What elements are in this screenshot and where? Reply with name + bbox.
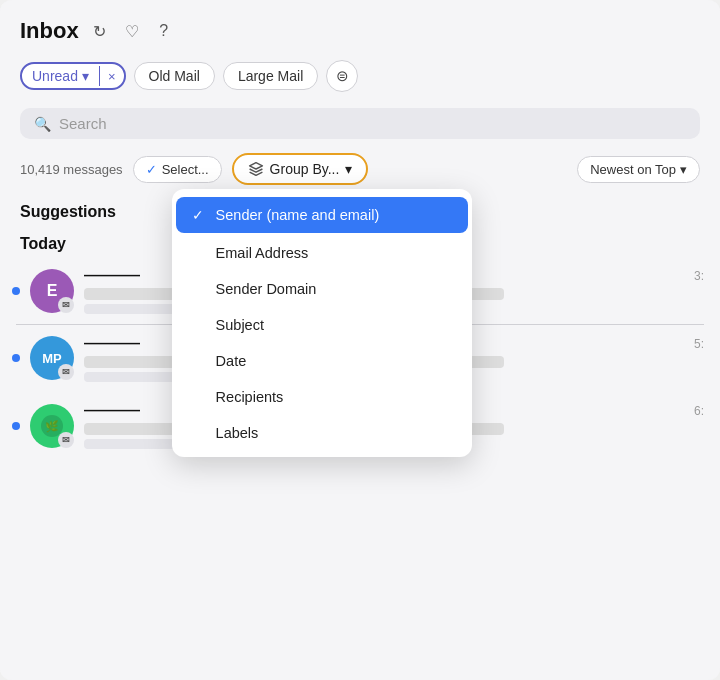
filter-bar: Unread ▾ × Old Mail Large Mail ⊜ [0, 54, 720, 102]
avatar-badge: ✉ [58, 364, 74, 380]
search-bar: 🔍 [0, 102, 720, 147]
dropdown-item-label: Email Address [216, 245, 309, 261]
group-by-label: Group By... [270, 161, 340, 177]
filter-options-icon: ⊜ [336, 67, 349, 85]
checkmark-icon: ✓ [146, 162, 157, 177]
unread-chevron: ▾ [82, 68, 89, 84]
dropdown-item-sender[interactable]: ✓ Sender (name and email) [176, 197, 468, 233]
unread-indicator [12, 287, 20, 295]
heart-icon[interactable]: ♡ [121, 20, 143, 42]
unread-chip-label[interactable]: Unread ▾ [22, 64, 99, 88]
message-count: 10,419 messages [20, 162, 123, 177]
avatar: 🌿 ✉ [30, 404, 74, 448]
search-icon: 🔍 [34, 116, 51, 132]
newest-on-top-button[interactable]: Newest on Top ▾ [577, 156, 700, 183]
group-by-dropdown: ✓ Sender (name and email) Email Address … [172, 189, 472, 457]
avatar-badge: ✉ [58, 297, 74, 313]
help-icon[interactable]: ? [153, 20, 175, 42]
avatar: MP ✉ [30, 336, 74, 380]
toolbar: 10,419 messages ✓ Select... Group By... … [0, 147, 720, 193]
select-button[interactable]: ✓ Select... [133, 156, 222, 183]
newest-chevron: ▾ [680, 162, 687, 177]
unread-filter-chip[interactable]: Unread ▾ × [20, 62, 126, 90]
inbox-title: Inbox [20, 18, 79, 44]
group-by-button[interactable]: Group By... ▾ [232, 153, 369, 185]
email-time: 6: [694, 402, 704, 418]
newest-label: Newest on Top [590, 162, 676, 177]
search-wrap: 🔍 [20, 108, 700, 139]
dropdown-item-subject[interactable]: Subject [172, 307, 472, 343]
layers-icon [248, 161, 264, 177]
dropdown-item-date[interactable]: Date [172, 343, 472, 379]
svg-text:🌿: 🌿 [45, 419, 59, 433]
large-mail-btn[interactable]: Large Mail [223, 62, 318, 90]
dropdown-item-labels[interactable]: Labels [172, 415, 472, 451]
old-mail-btn[interactable]: Old Mail [134, 62, 215, 90]
filter-options-btn[interactable]: ⊜ [326, 60, 358, 92]
email-time: 5: [694, 335, 704, 351]
dropdown-item-label: Labels [216, 425, 259, 441]
dropdown-item-label: Recipients [216, 389, 284, 405]
dropdown-item-label: Date [216, 353, 247, 369]
dropdown-item-email[interactable]: Email Address [172, 235, 472, 271]
header: Inbox ↻ ♡ ? [0, 0, 720, 54]
avatar-badge: ✉ [58, 432, 74, 448]
unread-indicator [12, 354, 20, 362]
select-label: Select... [162, 162, 209, 177]
refresh-icon[interactable]: ↻ [89, 20, 111, 42]
selected-check: ✓ [192, 207, 208, 223]
search-input[interactable] [59, 115, 686, 132]
unread-label: Unread [32, 68, 78, 84]
app-container: Inbox ↻ ♡ ? Unread ▾ × Old Mail Large Ma… [0, 0, 720, 680]
dropdown-item-label: Sender Domain [216, 281, 317, 297]
dropdown-item-label: Sender (name and email) [216, 207, 380, 223]
dropdown-item-recipients[interactable]: Recipients [172, 379, 472, 415]
email-time: 3: [694, 267, 704, 283]
unread-close-btn[interactable]: × [100, 65, 124, 88]
unread-indicator [12, 422, 20, 430]
avatar: E ✉ [30, 269, 74, 313]
group-by-chevron: ▾ [345, 161, 352, 177]
dropdown-item-label: Subject [216, 317, 264, 333]
dropdown-item-domain[interactable]: Sender Domain [172, 271, 472, 307]
group-by-container: Group By... ▾ ✓ Sender (name and email) … [232, 153, 369, 185]
